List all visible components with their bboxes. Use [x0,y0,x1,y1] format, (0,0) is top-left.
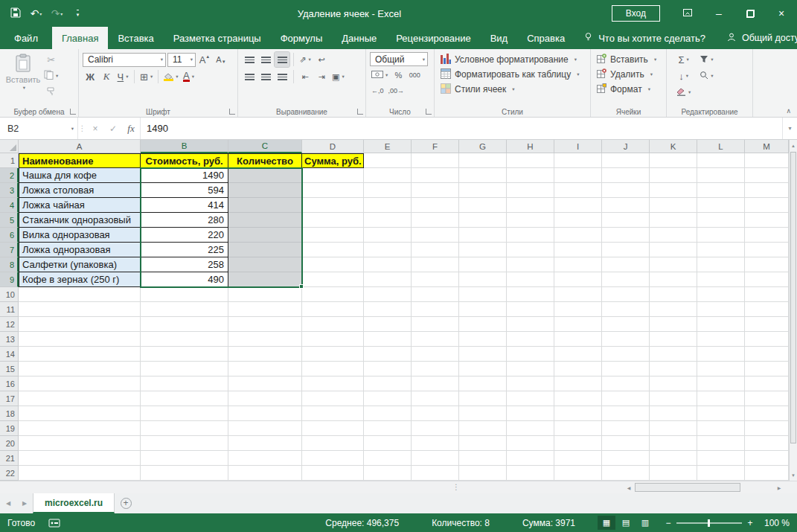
cell-J3[interactable] [602,183,650,198]
cell-K18[interactable] [650,406,697,421]
tab-file[interactable]: Файл [0,27,52,49]
align-top-button[interactable] [242,52,257,67]
cell-styles-button[interactable]: Стили ячеек▾ [438,82,588,97]
cell-I22[interactable] [554,466,602,481]
copy-button[interactable]: ▾ [42,68,60,83]
cell-F6[interactable] [412,228,459,243]
cell-L18[interactable] [697,406,745,421]
insert-cells-button[interactable]: Вставить▾ [595,52,664,67]
cell-F4[interactable] [412,198,459,213]
cell-J6[interactable] [602,228,650,243]
cell-B3[interactable]: 594 [141,183,228,198]
number-format-combo[interactable]: Общий▾ [370,52,428,66]
cell-J11[interactable] [602,302,650,317]
cell-A15[interactable] [19,362,141,376]
cell-G14[interactable] [459,347,507,362]
row-header-20[interactable]: 20 [0,436,19,451]
cell-C2[interactable] [228,168,302,183]
cell-L5[interactable] [697,213,745,228]
cell-D15[interactable] [302,362,364,376]
cell-H16[interactable] [507,376,554,391]
underline-button[interactable]: Ч▾ [115,69,130,84]
cell-A7[interactable]: Ложка одноразовая [19,243,141,257]
cell-K8[interactable] [650,257,697,272]
cell-D17[interactable] [302,391,364,406]
zoom-out-button[interactable]: − [663,518,673,528]
cell-H3[interactable] [507,183,554,198]
cell-M21[interactable] [745,451,789,466]
cell-M3[interactable] [745,183,789,198]
cell-D9[interactable] [302,272,364,287]
delete-cells-button[interactable]: Удалить▾ [595,67,664,82]
cell-J17[interactable] [602,391,650,406]
cell-H17[interactable] [507,391,554,406]
cell-F3[interactable] [412,183,459,198]
cell-J20[interactable] [602,436,650,451]
cell-E21[interactable] [364,451,412,466]
cell-L8[interactable] [697,257,745,272]
cell-L6[interactable] [697,228,745,243]
cell-F10[interactable] [412,287,459,302]
cell-K16[interactable] [650,376,697,391]
cell-D14[interactable] [302,347,364,362]
wrap-text-button[interactable]: ↩ [314,52,329,67]
cell-G8[interactable] [459,257,507,272]
cell-H10[interactable] [507,287,554,302]
cell-H4[interactable] [507,198,554,213]
cell-A22[interactable] [19,466,141,481]
cell-B10[interactable] [141,287,228,302]
scroll-left-arrow[interactable]: ◀ [623,485,635,490]
row-header-21[interactable]: 21 [0,451,19,466]
cell-A6[interactable]: Вилка одноразовая [19,228,141,243]
cell-M9[interactable] [745,272,789,287]
cell-I2[interactable] [554,168,602,183]
cell-E6[interactable] [364,228,412,243]
cell-C19[interactable] [228,421,302,436]
font-size-combo[interactable]: 11▾ [167,53,196,67]
sheet-nav-next[interactable]: ▶ [16,493,33,513]
cell-E12[interactable] [364,317,412,332]
comma-style-button[interactable]: 000 [407,68,422,82]
cell-B12[interactable] [141,317,228,332]
cell-B11[interactable] [141,302,228,317]
cell-I8[interactable] [554,257,602,272]
cell-M15[interactable] [745,362,789,376]
cell-C8[interactable] [228,257,302,272]
increase-indent-button[interactable]: ⇥ [314,69,329,84]
cell-J1[interactable] [602,153,650,168]
cell-E22[interactable] [364,466,412,481]
cell-C12[interactable] [228,317,302,332]
cell-F2[interactable] [412,168,459,183]
cell-L9[interactable] [697,272,745,287]
cell-E20[interactable] [364,436,412,451]
cell-I21[interactable] [554,451,602,466]
cell-B14[interactable] [141,347,228,362]
cell-H19[interactable] [507,421,554,436]
sort-filter-button[interactable]: ▾ [698,52,714,67]
accounting-format-button[interactable]: ▾ [370,68,389,82]
row-header-8[interactable]: 8 [0,257,19,272]
cell-A11[interactable] [19,302,141,317]
col-header-C[interactable]: C [228,140,302,153]
cell-F12[interactable] [412,317,459,332]
cell-C4[interactable] [228,198,302,213]
cell-K7[interactable] [650,243,697,257]
cell-G9[interactable] [459,272,507,287]
cell-L20[interactable] [697,436,745,451]
cell-M4[interactable] [745,198,789,213]
cell-F17[interactable] [412,391,459,406]
cell-D7[interactable] [302,243,364,257]
cell-A4[interactable]: Ложка чайная [19,198,141,213]
cell-G2[interactable] [459,168,507,183]
cell-B17[interactable] [141,391,228,406]
row-header-10[interactable]: 10 [0,287,19,302]
cell-H2[interactable] [507,168,554,183]
cell-M11[interactable] [745,302,789,317]
cell-D20[interactable] [302,436,364,451]
cell-F7[interactable] [412,243,459,257]
cell-E8[interactable] [364,257,412,272]
cell-H20[interactable] [507,436,554,451]
format-painter-button[interactable] [42,85,60,100]
cell-A12[interactable] [19,317,141,332]
cell-K10[interactable] [650,287,697,302]
